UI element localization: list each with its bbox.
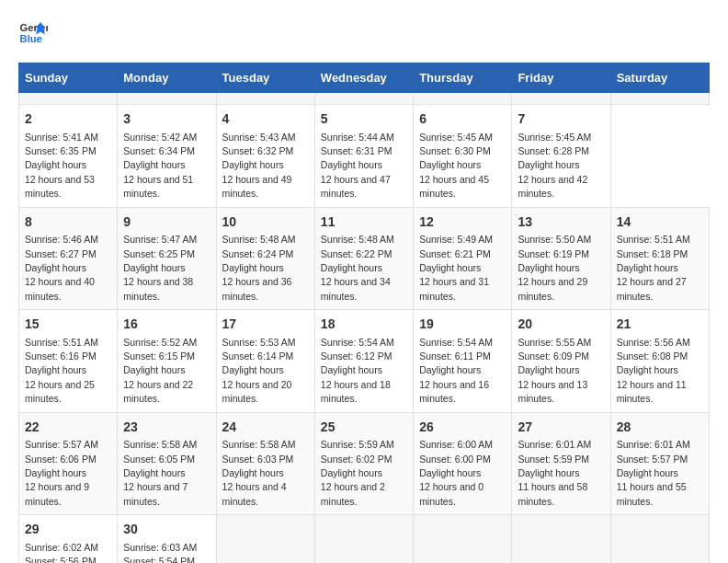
day-number: 25 bbox=[321, 419, 407, 437]
calendar-cell: 22 Sunrise: 5:57 AM Sunset: 6:06 PM Dayl… bbox=[19, 412, 118, 515]
day-sunrise: Sunrise: 5:53 AM bbox=[222, 337, 296, 348]
calendar-cell bbox=[610, 93, 709, 105]
day-sunrise: Sunrise: 5:46 AM bbox=[25, 234, 98, 245]
day-daylight-label: Daylight hours bbox=[222, 364, 284, 375]
calendar-cell bbox=[414, 93, 512, 105]
day-number: 16 bbox=[123, 316, 210, 334]
day-sunset: Sunset: 6:21 PM bbox=[419, 248, 491, 259]
calendar-cell bbox=[314, 515, 413, 563]
day-number: 19 bbox=[419, 316, 506, 334]
logo: General Blue bbox=[18, 18, 51, 48]
calendar-cell bbox=[19, 93, 118, 105]
day-sunset: Sunset: 6:09 PM bbox=[518, 350, 589, 362]
day-daylight-label: Daylight hours bbox=[25, 159, 86, 170]
calendar-cell bbox=[216, 93, 314, 105]
day-sunrise: Sunrise: 5:49 AM bbox=[419, 234, 493, 245]
day-number: 14 bbox=[617, 213, 703, 232]
calendar-cell: 26 Sunrise: 6:00 AM Sunset: 6:00 PM Dayl… bbox=[414, 412, 512, 515]
day-daylight-value: 12 hours and 20 minutes. bbox=[222, 379, 292, 404]
calendar-cell: 15 Sunrise: 5:51 AM Sunset: 6:16 PM Dayl… bbox=[19, 310, 118, 413]
day-daylight-label: Daylight hours bbox=[123, 262, 185, 273]
day-sunset: Sunset: 6:35 PM bbox=[25, 145, 97, 156]
calendar-cell: 25 Sunrise: 5:59 AM Sunset: 6:02 PM Dayl… bbox=[314, 412, 413, 515]
calendar-cell: 24 Sunrise: 5:58 AM Sunset: 6:03 PM Dayl… bbox=[216, 412, 314, 515]
day-daylight-label: Daylight hours bbox=[123, 364, 185, 375]
day-number: 21 bbox=[617, 316, 703, 334]
col-header-monday: Monday bbox=[118, 63, 216, 93]
day-number: 23 bbox=[123, 419, 210, 437]
calendar-cell bbox=[314, 93, 413, 105]
day-daylight-label: Daylight hours bbox=[518, 159, 579, 170]
day-number: 12 bbox=[419, 213, 506, 232]
day-daylight-value: 12 hours and 9 minutes. bbox=[25, 481, 89, 506]
day-sunset: Sunset: 6:11 PM bbox=[419, 350, 491, 362]
day-number: 22 bbox=[25, 419, 111, 437]
page-header: General Blue bbox=[18, 18, 710, 48]
calendar-week-1 bbox=[19, 93, 710, 105]
day-daylight-label: Daylight hours bbox=[419, 262, 481, 273]
day-daylight-label: Daylight hours bbox=[518, 364, 579, 375]
day-number: 11 bbox=[321, 213, 407, 232]
day-number: 6 bbox=[419, 110, 506, 129]
calendar-cell: 11 Sunrise: 5:48 AM Sunset: 6:22 PM Dayl… bbox=[314, 207, 413, 310]
day-sunset: Sunset: 6:25 PM bbox=[123, 248, 195, 259]
day-number: 17 bbox=[222, 316, 309, 334]
day-sunrise: Sunrise: 5:45 AM bbox=[419, 132, 493, 143]
day-sunrise: Sunrise: 5:44 AM bbox=[321, 132, 394, 143]
day-sunset: Sunset: 6:31 PM bbox=[321, 145, 392, 156]
calendar-cell: 17 Sunrise: 5:53 AM Sunset: 6:14 PM Dayl… bbox=[216, 310, 314, 413]
col-header-wednesday: Wednesday bbox=[314, 63, 413, 93]
day-number: 13 bbox=[518, 213, 604, 232]
day-sunrise: Sunrise: 5:58 AM bbox=[123, 439, 197, 450]
day-daylight-label: Daylight hours bbox=[321, 262, 382, 273]
day-sunrise: Sunrise: 5:54 AM bbox=[321, 337, 394, 348]
day-daylight-value: 12 hours and 31 minutes. bbox=[419, 276, 489, 301]
day-daylight-value: 12 hours and 53 minutes. bbox=[25, 174, 95, 199]
calendar-cell: 4 Sunrise: 5:43 AM Sunset: 6:32 PM Dayli… bbox=[216, 105, 314, 208]
day-daylight-label: Daylight hours bbox=[222, 467, 284, 478]
day-sunset: Sunset: 6:27 PM bbox=[25, 248, 97, 259]
day-sunset: Sunset: 6:12 PM bbox=[321, 350, 392, 362]
calendar-cell: 20 Sunrise: 5:55 AM Sunset: 6:09 PM Dayl… bbox=[512, 310, 610, 413]
calendar-cell: 7 Sunrise: 5:45 AM Sunset: 6:28 PM Dayli… bbox=[512, 105, 610, 208]
day-number: 2 bbox=[25, 110, 111, 129]
day-daylight-label: Daylight hours bbox=[123, 159, 185, 170]
day-sunset: Sunset: 6:18 PM bbox=[617, 248, 688, 259]
calendar-cell: 9 Sunrise: 5:47 AM Sunset: 6:25 PM Dayli… bbox=[118, 207, 216, 310]
day-number: 7 bbox=[518, 110, 604, 129]
calendar-week-2: 2 Sunrise: 5:41 AM Sunset: 6:35 PM Dayli… bbox=[19, 105, 710, 208]
day-number: 30 bbox=[123, 521, 210, 539]
calendar-cell: 30 Sunrise: 6:03 AM Sunset: 5:54 PM Dayl… bbox=[118, 515, 216, 563]
day-daylight-value: 12 hours and 49 minutes. bbox=[222, 174, 292, 199]
day-daylight-label: Daylight hours bbox=[321, 364, 382, 375]
day-number: 27 bbox=[518, 419, 604, 437]
day-sunrise: Sunrise: 6:02 AM bbox=[25, 542, 98, 553]
day-daylight-value: 12 hours and 45 minutes. bbox=[419, 174, 489, 199]
day-sunset: Sunset: 6:00 PM bbox=[419, 454, 491, 465]
day-sunrise: Sunrise: 5:41 AM bbox=[25, 132, 98, 143]
day-daylight-value: 12 hours and 29 minutes. bbox=[518, 276, 587, 301]
calendar-header-row: SundayMondayTuesdayWednesdayThursdayFrid… bbox=[19, 63, 710, 93]
day-sunrise: Sunrise: 6:00 AM bbox=[419, 439, 493, 450]
day-daylight-label: Daylight hours bbox=[25, 364, 86, 375]
calendar-cell: 27 Sunrise: 6:01 AM Sunset: 5:59 PM Dayl… bbox=[512, 412, 610, 515]
calendar-week-6: 29 Sunrise: 6:02 AM Sunset: 5:56 PM Dayl… bbox=[19, 515, 710, 563]
calendar-week-5: 22 Sunrise: 5:57 AM Sunset: 6:06 PM Dayl… bbox=[19, 412, 710, 515]
day-sunset: Sunset: 6:05 PM bbox=[123, 454, 195, 465]
day-number: 15 bbox=[25, 316, 111, 334]
day-daylight-value: 12 hours and 11 minutes. bbox=[617, 379, 687, 404]
day-sunrise: Sunrise: 5:48 AM bbox=[321, 234, 394, 245]
logo-icon: General Blue bbox=[18, 18, 48, 48]
day-daylight-label: Daylight hours bbox=[321, 467, 382, 478]
day-daylight-value: 12 hours and 42 minutes. bbox=[518, 174, 587, 199]
day-sunrise: Sunrise: 5:58 AM bbox=[222, 439, 296, 450]
day-sunrise: Sunrise: 5:52 AM bbox=[123, 337, 197, 348]
day-daylight-value: 12 hours and 40 minutes. bbox=[25, 276, 95, 301]
day-sunset: Sunset: 6:28 PM bbox=[518, 145, 589, 156]
col-header-sunday: Sunday bbox=[19, 63, 118, 93]
day-sunset: Sunset: 5:54 PM bbox=[123, 556, 195, 563]
day-number: 29 bbox=[25, 521, 111, 539]
day-sunrise: Sunrise: 6:01 AM bbox=[617, 439, 690, 450]
calendar-cell: 18 Sunrise: 5:54 AM Sunset: 6:12 PM Dayl… bbox=[314, 310, 413, 413]
calendar-cell: 14 Sunrise: 5:51 AM Sunset: 6:18 PM Dayl… bbox=[610, 207, 709, 310]
